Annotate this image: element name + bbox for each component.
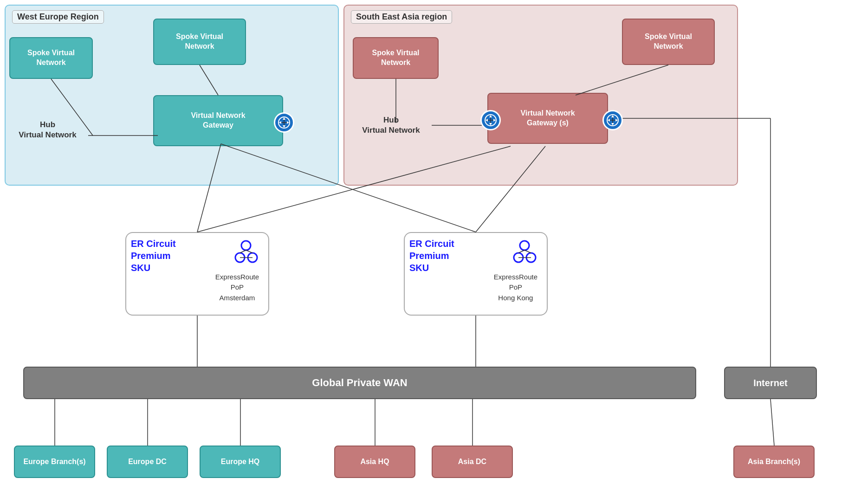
er-circuit-left-label: ER Circuit Premium SKU bbox=[131, 238, 176, 274]
svg-line-44 bbox=[240, 250, 246, 253]
region-sea-label: South East Asia region bbox=[351, 10, 452, 24]
svg-line-51 bbox=[524, 250, 531, 253]
asia-branch: Asia Branch(s) bbox=[733, 446, 815, 478]
er-circuit-right: ER Circuit Premium SKU ExpressRoute PoP … bbox=[404, 232, 548, 316]
global-wan: Global Private WAN bbox=[23, 367, 696, 399]
europe-branch: Europe Branch(s) bbox=[14, 446, 95, 478]
region-west-label: West Europe Region bbox=[12, 10, 104, 24]
diagram-container: West Europe Region South East Asia regio… bbox=[0, 0, 848, 504]
svg-line-45 bbox=[246, 250, 252, 253]
svg-point-43 bbox=[241, 241, 251, 250]
er-circuit-right-icon bbox=[512, 240, 537, 263]
sea-vng-icon-2 bbox=[602, 110, 623, 130]
west-spoke-vn-1: Spoke Virtual Network bbox=[9, 37, 93, 79]
west-spoke-vn-2: Spoke Virtual Network bbox=[153, 19, 246, 65]
sea-vng: Virtual Network Gateway (s) bbox=[487, 93, 608, 144]
er-circuit-left-pop: ExpressRoute PoP Amsterdam bbox=[215, 272, 259, 304]
asia-dc: Asia DC bbox=[432, 446, 513, 478]
svg-point-49 bbox=[520, 241, 529, 250]
svg-line-50 bbox=[518, 250, 524, 253]
er-circuit-left: ER Circuit Premium SKU ExpressRoute PoP … bbox=[125, 232, 269, 316]
europe-dc: Europe DC bbox=[107, 446, 188, 478]
west-vng-icon bbox=[274, 112, 294, 133]
internet-box: Internet bbox=[724, 367, 817, 399]
europe-hq: Europe HQ bbox=[200, 446, 281, 478]
west-vng: Virtual Network Gateway bbox=[153, 95, 283, 146]
er-circuit-right-pop: ExpressRoute PoP Hong Kong bbox=[494, 272, 537, 304]
sea-spoke-vn-2: Spoke Virtual Network bbox=[622, 19, 715, 65]
sea-hub-vn: Hub Virtual Network bbox=[350, 107, 432, 144]
er-circuit-left-icon bbox=[233, 240, 259, 263]
asia-hq: Asia HQ bbox=[334, 446, 415, 478]
er-circuit-right-label: ER Circuit Premium SKU bbox=[409, 238, 454, 274]
west-hub-vn: Hub Virtual Network bbox=[7, 111, 88, 149]
sea-vng-icon-1 bbox=[480, 110, 501, 130]
svg-line-19 bbox=[770, 399, 774, 446]
sea-spoke-vn-1: Spoke Virtual Network bbox=[353, 37, 439, 79]
